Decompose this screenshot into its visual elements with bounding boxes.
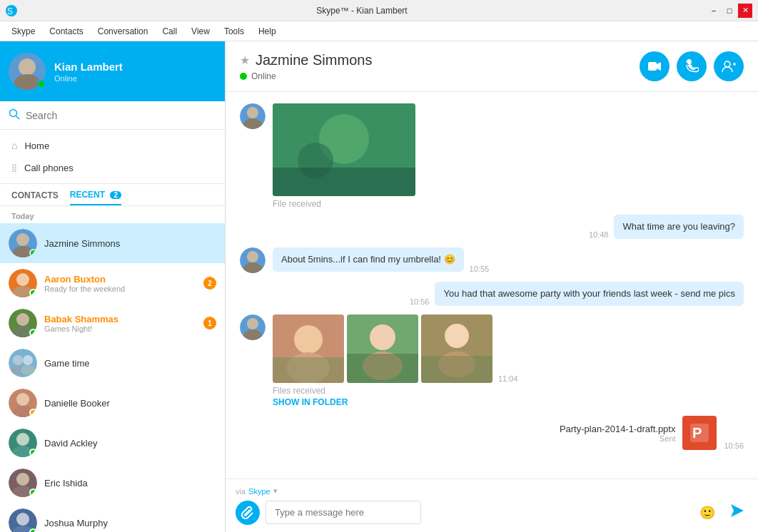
tab-contacts[interactable]: CONTACTS xyxy=(11,190,59,205)
svg-point-35 xyxy=(243,262,262,273)
menubar: SkypeContactsConversationCallViewToolsHe… xyxy=(0,21,758,41)
search-bar[interactable] xyxy=(0,101,225,130)
svg-rect-49 xyxy=(421,356,492,383)
svg-point-25 xyxy=(724,61,730,67)
contact-info: Babak Shammas Games Night! xyxy=(44,314,196,333)
chat-actions xyxy=(640,51,744,81)
svg-point-21 xyxy=(16,513,29,526)
photo-group xyxy=(273,314,492,383)
message-bubble: About 5mins...if I can find my umbrella!… xyxy=(273,247,464,272)
chat-input-area: via Skype ▾ 🙂 xyxy=(226,479,758,532)
message-content xyxy=(273,314,492,383)
contact-sub: Games Night! xyxy=(44,324,196,333)
nav-item-call-phones[interactable]: ⣿ Call phones xyxy=(0,157,225,179)
list-item[interactable]: David Ackley xyxy=(0,423,225,463)
message-input[interactable] xyxy=(266,501,421,524)
sidebar: Kian Lambert Online ⌂ Home ⣿ Call phones xyxy=(0,41,226,532)
photo-thumb xyxy=(347,314,418,383)
profile-status: Online xyxy=(54,74,123,83)
emoji-button[interactable]: 🙂 xyxy=(699,505,715,521)
contact-name: Babak Shammas xyxy=(44,314,196,324)
svg-point-37 xyxy=(243,329,262,340)
profile-name: Kian Lambert xyxy=(54,61,123,73)
chat-status: Online xyxy=(240,71,372,81)
avatar-wrapper xyxy=(9,53,46,90)
message-row: 10:56 You had that awesome party with yo… xyxy=(240,282,744,306)
sent-file-row: Party-plan-2014-1-draft.pptx Sent P 10:5… xyxy=(240,416,744,450)
svg-text:S: S xyxy=(7,6,13,15)
msg-avatar xyxy=(240,314,266,340)
menubar-item-help[interactable]: Help xyxy=(253,24,282,39)
profile-status-dot xyxy=(37,80,46,88)
contact-info: Eric Ishida xyxy=(44,478,216,488)
nav-item-call-phones-label: Call phones xyxy=(24,163,74,173)
list-item[interactable]: Joshua Murphy xyxy=(0,503,225,532)
svg-point-34 xyxy=(247,251,258,262)
files-received-label: Files received xyxy=(273,386,744,396)
list-item[interactable]: Game time xyxy=(0,343,225,383)
contact-tabs: CONTACTS RECENT 2 xyxy=(0,184,225,206)
contact-sub: Ready for the weekend xyxy=(44,285,196,293)
svg-rect-33 xyxy=(273,168,415,196)
svg-point-15 xyxy=(16,393,29,406)
input-row: 🙂 xyxy=(236,500,748,525)
chat-header: ★ Jazmine Simmons Online xyxy=(226,41,758,92)
svg-point-11 xyxy=(13,355,23,365)
video-call-button[interactable] xyxy=(640,51,669,81)
close-button[interactable]: ✕ xyxy=(738,4,752,18)
list-item[interactable]: Jazmine Simmons xyxy=(0,223,225,263)
contact-info: Danielle Booker xyxy=(44,398,216,409)
search-input[interactable] xyxy=(26,110,216,121)
svg-rect-23 xyxy=(648,62,657,71)
star-icon[interactable]: ★ xyxy=(240,53,250,67)
svg-point-1 xyxy=(19,58,36,76)
photo-thumb xyxy=(421,314,492,383)
contact-info: Aaron Buxton Ready for the weekend xyxy=(44,274,196,293)
app-container: Kian Lambert Online ⌂ Home ⣿ Call phones xyxy=(0,41,758,532)
list-item[interactable]: Babak Shammas Games Night! 1 xyxy=(0,303,225,343)
msg-avatar xyxy=(240,247,266,273)
msg-time: 10:48 xyxy=(589,230,609,239)
menubar-item-conversation[interactable]: Conversation xyxy=(92,24,154,39)
chat-contact-name-row: ★ Jazmine Simmons xyxy=(240,52,372,68)
msg-time: 10:56 xyxy=(410,297,430,306)
maximize-button[interactable]: □ xyxy=(722,4,737,18)
show-in-folder-link[interactable]: SHOW IN FOLDER xyxy=(273,397,744,407)
svg-point-47 xyxy=(445,324,469,348)
svg-point-5 xyxy=(16,233,29,246)
chat-header-left: ★ Jazmine Simmons Online xyxy=(240,52,372,81)
contact-avatar xyxy=(9,508,37,532)
menubar-item-contacts[interactable]: Contacts xyxy=(44,24,89,39)
attach-button[interactable] xyxy=(236,501,260,525)
message-row: 11:04 xyxy=(240,314,744,383)
add-contact-button[interactable] xyxy=(714,51,744,81)
svg-point-28 xyxy=(247,107,258,118)
powerpoint-icon: P xyxy=(682,416,717,450)
photo-thumb xyxy=(273,314,344,383)
menubar-item-view[interactable]: View xyxy=(186,24,216,39)
menubar-item-skype[interactable]: Skype xyxy=(6,24,41,39)
via-skype-link[interactable]: Skype xyxy=(248,487,271,496)
contact-avatar xyxy=(9,469,37,497)
menubar-item-call[interactable]: Call xyxy=(156,24,183,39)
minimize-button[interactable]: − xyxy=(707,4,721,18)
via-dropdown-icon[interactable]: ▾ xyxy=(273,486,278,496)
sent-file-status: Sent xyxy=(560,434,676,443)
files-received-info: Files received SHOW IN FOLDER xyxy=(240,386,744,407)
msg-time: 11:04 xyxy=(498,374,518,383)
window-controls: − □ ✕ xyxy=(707,4,752,18)
svg-marker-52 xyxy=(731,504,744,517)
list-item[interactable]: Aaron Buxton Ready for the weekend 2 xyxy=(0,263,225,303)
list-item[interactable]: Danielle Booker xyxy=(0,383,225,423)
menubar-item-tools[interactable]: Tools xyxy=(218,24,250,39)
svg-point-2 xyxy=(14,74,40,90)
contact-name: Aaron Buxton xyxy=(44,274,196,285)
nav-item-home[interactable]: ⌂ Home xyxy=(0,134,225,157)
svg-point-3 xyxy=(10,110,17,117)
audio-call-button[interactable] xyxy=(677,51,707,81)
send-button[interactable] xyxy=(727,500,748,525)
list-item[interactable]: Eric Ishida xyxy=(0,463,225,503)
tab-recent[interactable]: RECENT 2 xyxy=(70,190,121,205)
svg-point-43 xyxy=(370,324,395,350)
sent-file-name: Party-plan-2014-1-draft.pptx xyxy=(560,424,676,434)
